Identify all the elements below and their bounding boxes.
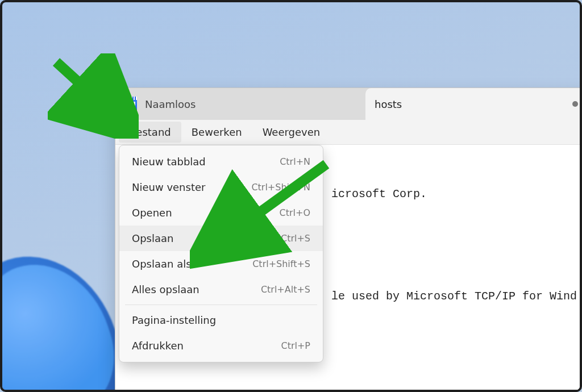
- menu-separator: [125, 305, 317, 305]
- editor-line: [331, 339, 582, 356]
- menu-edit[interactable]: Bewerken: [181, 122, 252, 143]
- tab-strip: Naamloos hosts: [115, 88, 582, 120]
- tab-title: hosts: [375, 98, 564, 110]
- tab-naamloos[interactable]: Naamloos: [115, 88, 365, 120]
- menu-item-label: Alles opslaan: [132, 283, 199, 295]
- tab-hosts[interactable]: hosts: [365, 88, 582, 120]
- menu-view[interactable]: Weergeven: [252, 122, 331, 143]
- menu-item-label: Opslaan: [132, 232, 173, 244]
- menu-item-label: Afdrukken: [132, 340, 184, 352]
- tab-title: Naamloos: [145, 98, 352, 110]
- dirty-indicator-icon: [572, 101, 578, 107]
- menu-item-save-all[interactable]: Alles opslaan Ctrl+Alt+S: [119, 277, 323, 302]
- svg-line-1: [213, 164, 326, 247]
- editor-line: le used by Microsoft TCP/IP for Wind: [331, 288, 582, 305]
- annotation-arrow-icon: [190, 156, 338, 269]
- svg-line-0: [56, 62, 122, 122]
- menu-item-label: Pagina-instelling: [132, 314, 216, 326]
- annotation-arrow-icon: [48, 53, 139, 139]
- menu-item-page-setup[interactable]: Pagina-instelling: [119, 307, 323, 333]
- menu-item-label: Opslaan als: [132, 258, 192, 270]
- editor-line: icrosoft Corp.: [331, 186, 582, 203]
- editor-line: [331, 237, 582, 254]
- menu-item-print[interactable]: Afdrukken Ctrl+P: [119, 333, 323, 358]
- menu-bar: Bestand Bewerken Weergeven: [115, 120, 582, 145]
- menu-item-accelerator: Ctrl+Alt+S: [261, 284, 310, 295]
- notepad-window: Naamloos hosts Bestand Bewerken Weergeve…: [115, 87, 582, 392]
- menu-item-accelerator: Ctrl+P: [281, 340, 310, 351]
- menu-item-label: Openen: [132, 207, 172, 219]
